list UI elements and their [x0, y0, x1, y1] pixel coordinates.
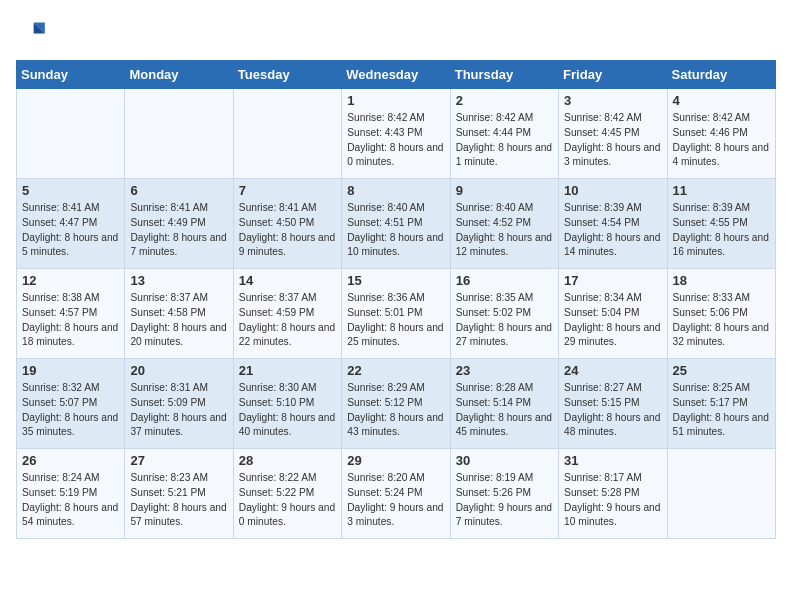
weekday-header-monday: Monday — [125, 61, 233, 89]
day-number: 23 — [456, 363, 553, 378]
calendar-table: SundayMondayTuesdayWednesdayThursdayFrid… — [16, 60, 776, 539]
cell-info: Sunrise: 8:19 AMSunset: 5:26 PMDaylight:… — [456, 471, 553, 530]
calendar-cell: 10Sunrise: 8:39 AMSunset: 4:54 PMDayligh… — [559, 179, 667, 269]
cell-info: Sunrise: 8:29 AMSunset: 5:12 PMDaylight:… — [347, 381, 444, 440]
day-number: 17 — [564, 273, 661, 288]
page-header — [16, 16, 776, 48]
cell-info: Sunrise: 8:39 AMSunset: 4:55 PMDaylight:… — [673, 201, 770, 260]
weekday-header-sunday: Sunday — [17, 61, 125, 89]
cell-info: Sunrise: 8:37 AMSunset: 4:58 PMDaylight:… — [130, 291, 227, 350]
day-number: 7 — [239, 183, 336, 198]
day-number: 15 — [347, 273, 444, 288]
calendar-cell: 12Sunrise: 8:38 AMSunset: 4:57 PMDayligh… — [17, 269, 125, 359]
day-number: 5 — [22, 183, 119, 198]
calendar-cell: 19Sunrise: 8:32 AMSunset: 5:07 PMDayligh… — [17, 359, 125, 449]
cell-info: Sunrise: 8:41 AMSunset: 4:47 PMDaylight:… — [22, 201, 119, 260]
cell-info: Sunrise: 8:30 AMSunset: 5:10 PMDaylight:… — [239, 381, 336, 440]
cell-info: Sunrise: 8:42 AMSunset: 4:43 PMDaylight:… — [347, 111, 444, 170]
calendar-cell: 2Sunrise: 8:42 AMSunset: 4:44 PMDaylight… — [450, 89, 558, 179]
calendar-cell: 22Sunrise: 8:29 AMSunset: 5:12 PMDayligh… — [342, 359, 450, 449]
cell-info: Sunrise: 8:22 AMSunset: 5:22 PMDaylight:… — [239, 471, 336, 530]
calendar-cell: 20Sunrise: 8:31 AMSunset: 5:09 PMDayligh… — [125, 359, 233, 449]
cell-info: Sunrise: 8:32 AMSunset: 5:07 PMDaylight:… — [22, 381, 119, 440]
cell-info: Sunrise: 8:40 AMSunset: 4:52 PMDaylight:… — [456, 201, 553, 260]
cell-info: Sunrise: 8:23 AMSunset: 5:21 PMDaylight:… — [130, 471, 227, 530]
day-number: 21 — [239, 363, 336, 378]
cell-info: Sunrise: 8:17 AMSunset: 5:28 PMDaylight:… — [564, 471, 661, 530]
calendar-cell: 13Sunrise: 8:37 AMSunset: 4:58 PMDayligh… — [125, 269, 233, 359]
day-number: 13 — [130, 273, 227, 288]
day-number: 8 — [347, 183, 444, 198]
calendar-cell: 7Sunrise: 8:41 AMSunset: 4:50 PMDaylight… — [233, 179, 341, 269]
day-number: 6 — [130, 183, 227, 198]
calendar-cell: 31Sunrise: 8:17 AMSunset: 5:28 PMDayligh… — [559, 449, 667, 539]
calendar-cell: 18Sunrise: 8:33 AMSunset: 5:06 PMDayligh… — [667, 269, 775, 359]
cell-info: Sunrise: 8:31 AMSunset: 5:09 PMDaylight:… — [130, 381, 227, 440]
day-number: 4 — [673, 93, 770, 108]
day-number: 22 — [347, 363, 444, 378]
cell-info: Sunrise: 8:42 AMSunset: 4:44 PMDaylight:… — [456, 111, 553, 170]
cell-info: Sunrise: 8:38 AMSunset: 4:57 PMDaylight:… — [22, 291, 119, 350]
calendar-cell — [667, 449, 775, 539]
day-number: 9 — [456, 183, 553, 198]
calendar-week-row: 26Sunrise: 8:24 AMSunset: 5:19 PMDayligh… — [17, 449, 776, 539]
calendar-week-row: 5Sunrise: 8:41 AMSunset: 4:47 PMDaylight… — [17, 179, 776, 269]
calendar-cell — [233, 89, 341, 179]
calendar-cell — [17, 89, 125, 179]
day-number: 27 — [130, 453, 227, 468]
calendar-cell: 23Sunrise: 8:28 AMSunset: 5:14 PMDayligh… — [450, 359, 558, 449]
calendar-cell: 27Sunrise: 8:23 AMSunset: 5:21 PMDayligh… — [125, 449, 233, 539]
calendar-cell: 14Sunrise: 8:37 AMSunset: 4:59 PMDayligh… — [233, 269, 341, 359]
calendar-cell: 16Sunrise: 8:35 AMSunset: 5:02 PMDayligh… — [450, 269, 558, 359]
weekday-header-tuesday: Tuesday — [233, 61, 341, 89]
cell-info: Sunrise: 8:39 AMSunset: 4:54 PMDaylight:… — [564, 201, 661, 260]
cell-info: Sunrise: 8:20 AMSunset: 5:24 PMDaylight:… — [347, 471, 444, 530]
weekday-header-wednesday: Wednesday — [342, 61, 450, 89]
calendar-cell: 30Sunrise: 8:19 AMSunset: 5:26 PMDayligh… — [450, 449, 558, 539]
cell-info: Sunrise: 8:28 AMSunset: 5:14 PMDaylight:… — [456, 381, 553, 440]
calendar-cell: 29Sunrise: 8:20 AMSunset: 5:24 PMDayligh… — [342, 449, 450, 539]
weekday-header-thursday: Thursday — [450, 61, 558, 89]
weekday-header-row: SundayMondayTuesdayWednesdayThursdayFrid… — [17, 61, 776, 89]
calendar-cell: 26Sunrise: 8:24 AMSunset: 5:19 PMDayligh… — [17, 449, 125, 539]
calendar-cell: 8Sunrise: 8:40 AMSunset: 4:51 PMDaylight… — [342, 179, 450, 269]
day-number: 29 — [347, 453, 444, 468]
day-number: 28 — [239, 453, 336, 468]
calendar-cell: 25Sunrise: 8:25 AMSunset: 5:17 PMDayligh… — [667, 359, 775, 449]
day-number: 11 — [673, 183, 770, 198]
logo-icon — [16, 16, 48, 48]
day-number: 31 — [564, 453, 661, 468]
day-number: 24 — [564, 363, 661, 378]
calendar-cell: 24Sunrise: 8:27 AMSunset: 5:15 PMDayligh… — [559, 359, 667, 449]
cell-info: Sunrise: 8:40 AMSunset: 4:51 PMDaylight:… — [347, 201, 444, 260]
day-number: 18 — [673, 273, 770, 288]
day-number: 14 — [239, 273, 336, 288]
calendar-week-row: 19Sunrise: 8:32 AMSunset: 5:07 PMDayligh… — [17, 359, 776, 449]
calendar-week-row: 1Sunrise: 8:42 AMSunset: 4:43 PMDaylight… — [17, 89, 776, 179]
cell-info: Sunrise: 8:37 AMSunset: 4:59 PMDaylight:… — [239, 291, 336, 350]
calendar-cell — [125, 89, 233, 179]
day-number: 10 — [564, 183, 661, 198]
cell-info: Sunrise: 8:34 AMSunset: 5:04 PMDaylight:… — [564, 291, 661, 350]
day-number: 3 — [564, 93, 661, 108]
cell-info: Sunrise: 8:24 AMSunset: 5:19 PMDaylight:… — [22, 471, 119, 530]
day-number: 20 — [130, 363, 227, 378]
cell-info: Sunrise: 8:41 AMSunset: 4:50 PMDaylight:… — [239, 201, 336, 260]
weekday-header-friday: Friday — [559, 61, 667, 89]
calendar-cell: 1Sunrise: 8:42 AMSunset: 4:43 PMDaylight… — [342, 89, 450, 179]
cell-info: Sunrise: 8:25 AMSunset: 5:17 PMDaylight:… — [673, 381, 770, 440]
day-number: 19 — [22, 363, 119, 378]
calendar-week-row: 12Sunrise: 8:38 AMSunset: 4:57 PMDayligh… — [17, 269, 776, 359]
calendar-cell: 21Sunrise: 8:30 AMSunset: 5:10 PMDayligh… — [233, 359, 341, 449]
calendar-cell: 5Sunrise: 8:41 AMSunset: 4:47 PMDaylight… — [17, 179, 125, 269]
day-number: 30 — [456, 453, 553, 468]
cell-info: Sunrise: 8:35 AMSunset: 5:02 PMDaylight:… — [456, 291, 553, 350]
cell-info: Sunrise: 8:27 AMSunset: 5:15 PMDaylight:… — [564, 381, 661, 440]
day-number: 16 — [456, 273, 553, 288]
calendar-cell: 3Sunrise: 8:42 AMSunset: 4:45 PMDaylight… — [559, 89, 667, 179]
calendar-cell: 6Sunrise: 8:41 AMSunset: 4:49 PMDaylight… — [125, 179, 233, 269]
calendar-cell: 17Sunrise: 8:34 AMSunset: 5:04 PMDayligh… — [559, 269, 667, 359]
calendar-cell: 4Sunrise: 8:42 AMSunset: 4:46 PMDaylight… — [667, 89, 775, 179]
day-number: 12 — [22, 273, 119, 288]
calendar-cell: 11Sunrise: 8:39 AMSunset: 4:55 PMDayligh… — [667, 179, 775, 269]
